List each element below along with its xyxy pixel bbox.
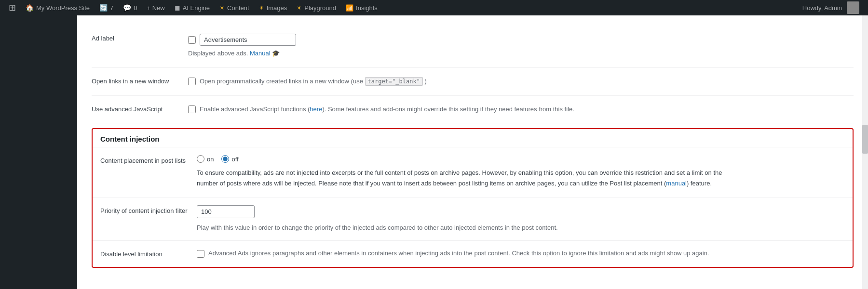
- priority-row: Priority of content injection filter Pla…: [93, 197, 853, 241]
- adminbar-new[interactable]: + New: [142, 0, 169, 15]
- content-injection-title-row: Content injection: [93, 129, 853, 147]
- adminbar-images[interactable]: ✴ Images: [254, 0, 292, 15]
- adminbar-howdy[interactable]: Howdy, Admin: [802, 4, 842, 12]
- adminbar-site-name[interactable]: 🏠 My WordPress Site: [21, 0, 95, 15]
- advanced-js-row: Use advanced JavaScript Enable advanced …: [92, 96, 854, 124]
- content-injection-title: Content injection: [100, 135, 160, 143]
- admin-bar: ⊞ 🏠 My WordPress Site 🔄 7 💬 0 + New ◼ AI…: [0, 0, 868, 15]
- content-placement-row: Content placement in post lists on off: [93, 147, 853, 197]
- adminbar-updates[interactable]: 🔄 7: [95, 0, 118, 15]
- ad-label-checkbox[interactable]: [188, 36, 196, 44]
- scrollbar-thumb[interactable]: [862, 125, 868, 154]
- disable-level-row: Disable level limitation Advanced Ads ig…: [93, 240, 853, 267]
- open-links-code: target="_blank": [365, 77, 423, 86]
- content-placement-radio-group: on off: [197, 155, 845, 163]
- adminbar-comments[interactable]: 💬 0: [118, 0, 142, 15]
- admin-avatar[interactable]: [847, 1, 859, 14]
- disable-level-checkbox[interactable]: [197, 250, 204, 258]
- advanced-js-checkbox[interactable]: [188, 105, 196, 113]
- priority-label: Priority of content injection filter: [100, 205, 197, 216]
- ad-label-row: Ad label Displayed above ads. Manual 🎓: [92, 25, 854, 68]
- placement-on-option[interactable]: on: [197, 155, 214, 163]
- open-links-label: Open links in a new window: [92, 77, 188, 85]
- disable-level-help: Advanced Ads ignores paragraphs and othe…: [208, 249, 709, 259]
- advanced-js-label: Use advanced JavaScript: [92, 105, 188, 113]
- admin-sidebar: [0, 15, 77, 289]
- content-placement-description: To ensure compatibility, ads are not inj…: [197, 168, 727, 189]
- content-injection-section: Content injection Content placement in p…: [92, 128, 854, 267]
- adminbar-playground[interactable]: ✴ Playground: [292, 0, 341, 15]
- ad-label-manual-link[interactable]: Manual: [250, 50, 271, 57]
- placement-off-radio[interactable]: [221, 155, 229, 163]
- ad-label-label: Ad label: [92, 34, 188, 42]
- open-links-checkbox[interactable]: [188, 78, 196, 85]
- adminbar-wp-logo[interactable]: ⊞: [4, 0, 21, 15]
- open-links-row: Open links in a new window Open programm…: [92, 68, 854, 96]
- advanced-js-here-link[interactable]: here: [310, 105, 322, 113]
- priority-input[interactable]: [197, 205, 255, 218]
- adminbar-ai-engine[interactable]: ◼ AI Engine: [170, 0, 215, 15]
- adminbar-content[interactable]: ✴ Content: [215, 0, 254, 15]
- placement-on-radio[interactable]: [197, 155, 204, 163]
- manual-link[interactable]: manual: [666, 180, 687, 187]
- scrollbar-track[interactable]: [862, 15, 868, 289]
- ad-label-input[interactable]: [200, 34, 296, 46]
- content-placement-label: Content placement in post lists: [100, 155, 197, 166]
- priority-help: Play with this value in order to change …: [197, 223, 845, 233]
- disable-level-label: Disable level limitation: [100, 249, 197, 259]
- adminbar-insights[interactable]: 📶 Insights: [341, 0, 382, 15]
- placement-off-option[interactable]: off: [221, 155, 238, 163]
